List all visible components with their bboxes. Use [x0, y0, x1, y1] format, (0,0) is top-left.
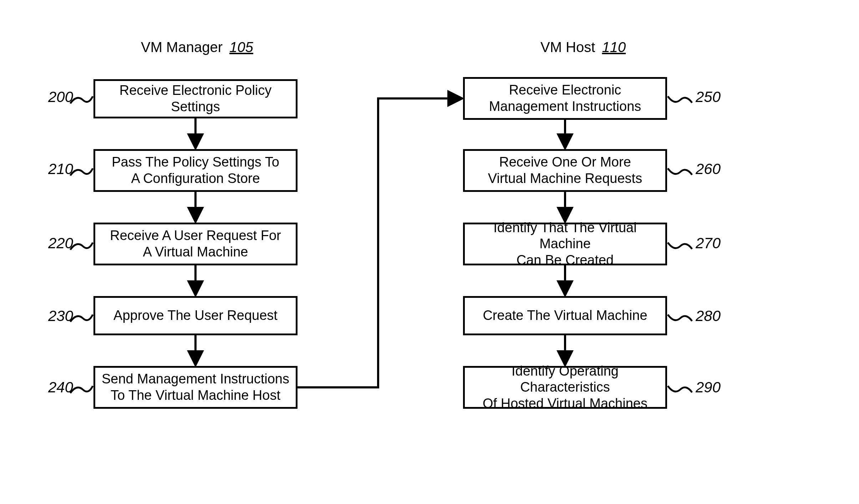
heading-vm-host-ref: 110 — [602, 39, 626, 55]
box-260: Receive One Or MoreVirtual Machine Reque… — [463, 149, 667, 192]
ref-label-280: 280 — [696, 307, 721, 325]
box-200: Receive Electronic Policy Settings — [93, 79, 298, 118]
ref-label-290: 290 — [696, 379, 721, 396]
heading-vm-host-title: VM Host — [540, 39, 595, 55]
heading-vm-manager: VM Manager 105 — [141, 39, 253, 55]
box-290: Identify Operating CharacteristicsOf Hos… — [463, 366, 667, 409]
box-260-text: Receive One Or MoreVirtual Machine Reque… — [488, 154, 642, 187]
ref-label-270: 270 — [696, 235, 721, 252]
box-250-text: Receive ElectronicManagement Instruction… — [489, 82, 641, 114]
ref-label-210: 210 — [48, 161, 73, 178]
ref-label-220: 220 — [48, 235, 73, 252]
box-280: Create The Virtual Machine — [463, 296, 667, 335]
heading-vm-manager-ref: 105 — [229, 39, 253, 55]
ref-label-240: 240 — [48, 379, 73, 396]
box-270-text: Identify That The Virtual MachineCan Be … — [471, 220, 660, 269]
ref-label-230: 230 — [48, 307, 73, 325]
box-220: Receive A User Request ForA Virtual Mach… — [93, 223, 298, 265]
ref-label-250: 250 — [696, 88, 721, 106]
box-210: Pass The Policy Settings ToA Configurati… — [93, 149, 298, 192]
ref-label-200: 200 — [48, 88, 73, 106]
box-250: Receive ElectronicManagement Instruction… — [463, 77, 667, 120]
box-240: Send Management InstructionsTo The Virtu… — [93, 366, 298, 409]
box-270: Identify That The Virtual MachineCan Be … — [463, 223, 667, 265]
box-220-text: Receive A User Request ForA Virtual Mach… — [110, 228, 281, 260]
box-240-text: Send Management InstructionsTo The Virtu… — [102, 371, 289, 403]
box-290-text: Identify Operating CharacteristicsOf Hos… — [471, 363, 660, 412]
box-280-text: Create The Virtual Machine — [483, 307, 647, 324]
box-210-text: Pass The Policy Settings ToA Configurati… — [112, 154, 279, 187]
heading-vm-manager-title: VM Manager — [141, 39, 223, 55]
heading-vm-host: VM Host 110 — [540, 39, 626, 55]
box-230-text: Approve The User Request — [113, 307, 278, 324]
ref-label-260: 260 — [696, 161, 721, 178]
box-200-text: Receive Electronic Policy Settings — [101, 82, 290, 115]
box-230: Approve The User Request — [93, 296, 298, 335]
